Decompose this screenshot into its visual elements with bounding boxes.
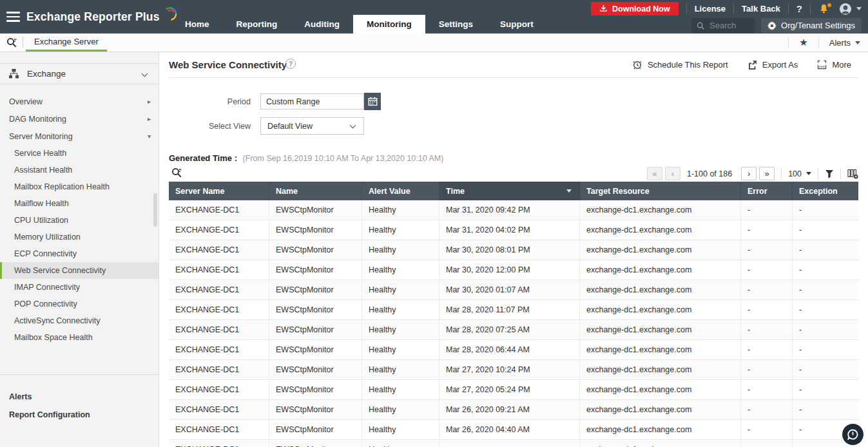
nav-tab-home[interactable]: Home <box>171 15 223 33</box>
table-row[interactable]: EXCHANGE-DC1EWSCtpMonitorHealthyMar 31, … <box>169 200 858 220</box>
sidebar-item-assistant-health[interactable]: Assistant Health <box>0 162 159 178</box>
divider <box>788 4 789 14</box>
pagination-first-button[interactable]: « <box>647 167 662 180</box>
sidebar-item-mailbox-space-health[interactable]: Mailbox Space Health <box>0 329 159 346</box>
chevron-down-icon: ▾ <box>148 133 151 140</box>
cell-alert: Healthy <box>362 260 439 280</box>
table-row[interactable]: EXCHANGE-DC1EWSCtpMonitorHealthyMar 27, … <box>169 380 858 400</box>
app-logo[interactable]: Exchange Reporter Plus <box>26 0 178 33</box>
sidebar-item-activesync-connectivity[interactable]: ActiveSync Connectivity <box>0 312 159 329</box>
table-row[interactable]: EXCHANGE-DC1EWSCtpMonitorHealthyMar 28, … <box>169 340 858 360</box>
sidebar-item-dag-monitoring[interactable]: DAG Monitoring▸ <box>0 110 159 128</box>
nav-tab-reporting[interactable]: Reporting <box>223 15 291 33</box>
column-header-exception[interactable]: Exception <box>793 182 858 200</box>
pagination-last-button[interactable]: » <box>759 167 775 180</box>
column-header-alert-value[interactable]: Alert Value <box>362 182 439 200</box>
user-account-menu[interactable] <box>839 3 862 15</box>
view-select[interactable]: Default View <box>260 117 364 135</box>
sidebar-item-report-configuration[interactable]: Report Configuration <box>0 406 159 424</box>
sidebar-item-web-service-connectivity[interactable]: Web Service Connectivity <box>0 262 159 279</box>
global-search-box[interactable] <box>691 18 755 33</box>
cell-time: Mar 30, 2020 08:01 PM <box>439 240 580 260</box>
hamburger-menu-icon[interactable] <box>6 12 20 24</box>
cell-name: EWSCtpMonitor <box>269 380 362 399</box>
sidebar-item-mailflow-health[interactable]: Mailflow Health <box>0 195 159 212</box>
column-header-server-name[interactable]: Server Name <box>169 182 269 200</box>
sidebar-divider <box>0 374 159 375</box>
cell-target: exchange-dc1.exchange.com <box>580 280 741 300</box>
table-row[interactable]: EXCHANGE-DC1EWSCtpMonitorHealthyMar 28, … <box>169 320 858 340</box>
table-row[interactable]: EXCHANGE-DC1EWSCtpMonitorHealthyMar 30, … <box>169 240 858 260</box>
cell-exception: - <box>793 400 858 419</box>
cell-alert: Healthy <box>362 340 439 359</box>
cell-target: exchange-dc1.exchange.com <box>580 260 741 280</box>
nav-tab-monitoring[interactable]: Monitoring <box>353 15 425 33</box>
search-input[interactable] <box>708 20 748 31</box>
cell-exception: - <box>793 380 858 399</box>
cell-exception: - <box>793 360 858 379</box>
period-input[interactable]: Custom Range <box>260 93 364 109</box>
sidebar-item-ecp-connectivity[interactable]: ECP Connectivity <box>0 245 159 262</box>
cell-name: EWSCtpMonitor <box>269 280 362 300</box>
table-row[interactable]: EXCHANGE-DC1EWSCtpMonitorHealthyMar 31, … <box>169 220 858 240</box>
column-header-error[interactable]: Error <box>741 182 793 200</box>
sidebar: Exchange Overview▸DAG Monitoring▸Server … <box>0 52 159 447</box>
help-icon[interactable]: ? <box>796 3 802 14</box>
cell-server: EXCHANGE-DC1 <box>169 260 269 280</box>
table-row[interactable]: EXCHANGE-DC1EWSCtpMonitorHealthyMar 28, … <box>169 300 858 320</box>
sidebar-item-pop-connectivity[interactable]: POP Connectivity <box>0 296 159 312</box>
tab-exchange-server[interactable]: Exchange Server <box>26 33 107 52</box>
sidebar-item-mailbox-replication-health[interactable]: Mailbox Replication Health <box>0 178 159 195</box>
table-row[interactable]: EXCHANGE-DC1EWSCtpMonitorHealthyMar 26, … <box>169 400 858 420</box>
cell-server: EXCHANGE-DC1 <box>169 440 269 447</box>
notification-bell-icon[interactable] <box>818 3 830 15</box>
column-header-time[interactable]: Time <box>439 182 580 200</box>
cell-target: exchange-dc1.exchange.com <box>580 220 741 240</box>
sidebar-item-alerts[interactable]: Alerts <box>0 388 159 406</box>
pagination-prev-button[interactable]: ‹ <box>665 167 680 180</box>
more-button[interactable]: More <box>817 60 851 70</box>
report-help-icon[interactable]: ? <box>285 59 296 69</box>
download-now-button[interactable]: Download Now <box>591 2 679 15</box>
table-row[interactable]: EXCHANGE-DC1EWSCtpMonitorHealthyMar 30, … <box>169 260 858 280</box>
sidebar-item-overview[interactable]: Overview▸ <box>0 93 159 110</box>
add-column-icon[interactable] <box>847 169 858 179</box>
table-row[interactable]: EXCHANGE-DC1EWSCtpMonitorHealthyexchange… <box>169 440 858 447</box>
page-size-dropdown[interactable]: 100 <box>788 169 811 178</box>
tab-bar-right-controls: ★ Alerts <box>788 33 860 52</box>
divider <box>686 4 687 14</box>
sidebar-item-service-health[interactable]: Service Health <box>0 145 159 162</box>
chat-widget-button[interactable] <box>842 424 863 445</box>
table-row[interactable]: EXCHANGE-DC1EWSCtpMonitorHealthyMar 26, … <box>169 420 858 440</box>
column-header-target-resource[interactable]: Target Resource <box>580 182 741 200</box>
sidebar-item-memory-utilization[interactable]: Memory Utilization <box>0 229 159 245</box>
nav-tab-auditing[interactable]: Auditing <box>291 15 353 33</box>
nav-tab-settings[interactable]: Settings <box>425 15 487 33</box>
alerts-dropdown[interactable]: Alerts <box>829 38 860 48</box>
header-search-row: Org/Tenant Settings <box>691 18 862 33</box>
favorite-star-icon[interactable]: ★ <box>799 37 807 48</box>
avatar-icon <box>839 3 852 15</box>
sidebar-scrollbar-thumb[interactable] <box>153 193 157 227</box>
talk-back-link[interactable]: Talk Back <box>742 4 780 14</box>
schedule-report-button[interactable]: Schedule This Report <box>632 59 728 70</box>
nav-tab-support[interactable]: Support <box>487 15 547 33</box>
export-as-button[interactable]: Export As <box>747 60 798 70</box>
table-row[interactable]: EXCHANGE-DC1EWSCtpMonitorHealthyMar 30, … <box>169 280 858 300</box>
org-tenant-settings-button[interactable]: Org/Tenant Settings <box>761 18 862 33</box>
pagination-next-button[interactable]: › <box>741 167 757 180</box>
column-header-name[interactable]: Name <box>269 182 362 200</box>
table-row[interactable]: EXCHANGE-DC1EWSCtpMonitorHealthyMar 27, … <box>169 360 858 380</box>
table-search-icon[interactable] <box>171 167 182 181</box>
sidebar-section-exchange[interactable]: Exchange <box>0 63 159 84</box>
license-link[interactable]: License <box>695 4 726 14</box>
export-as-label: Export As <box>762 60 798 70</box>
calendar-button[interactable] <box>364 93 381 110</box>
top-header-bar: Exchange Reporter Plus HomeReportingAudi… <box>0 0 868 33</box>
sidebar-item-imap-connectivity[interactable]: IMAP Connectivity <box>0 279 159 296</box>
sidebar-item-cpu-utilization[interactable]: CPU Utilization <box>0 212 159 229</box>
tab-search-icon[interactable] <box>6 37 17 51</box>
filter-icon[interactable] <box>825 169 834 178</box>
sidebar-item-server-monitoring[interactable]: Server Monitoring▾ <box>0 128 159 145</box>
cell-error: - <box>741 280 793 300</box>
